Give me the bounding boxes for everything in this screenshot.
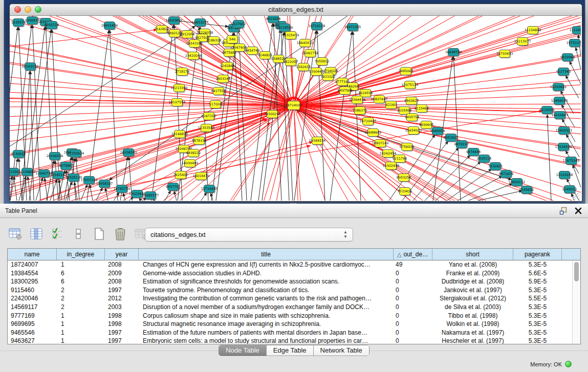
graph-node[interactable]: 19958107	[96, 180, 113, 189]
graph-node[interactable]: 2130612	[11, 150, 26, 159]
black-edge[interactable]	[174, 191, 177, 201]
scrollbar-thumb[interactable]	[574, 262, 579, 281]
black-edge[interactable]	[201, 192, 207, 201]
graph-node[interactable]: 9356837	[25, 17, 39, 26]
graph-node[interactable]: 16961758	[302, 50, 319, 58]
graph-node[interactable]: 9463627	[404, 97, 419, 106]
graph-node[interactable]: 20691406	[101, 22, 118, 31]
graph-node[interactable]: 16720407	[360, 118, 377, 126]
black-edge[interactable]	[234, 33, 242, 201]
graph-node[interactable]: 9829960	[560, 54, 575, 62]
checklist-button[interactable]	[50, 227, 64, 241]
black-edge[interactable]	[19, 159, 22, 201]
close-panel-icon[interactable]	[575, 207, 582, 214]
table-row[interactable]: 977716911998Corpus callosum shape and si…	[8, 312, 572, 320]
graph-node[interactable]: 10853257	[192, 19, 209, 28]
graph-node[interactable]: 8267150	[202, 113, 216, 121]
tab-node-table[interactable]: Node Table	[219, 345, 266, 356]
column-header-short[interactable]: short	[432, 249, 513, 260]
graph-node[interactable]: 9875685	[222, 49, 236, 58]
graph-node[interactable]: 12505135	[66, 174, 82, 183]
table-settings-button[interactable]	[8, 227, 23, 241]
graph-node[interactable]: 7955812	[315, 58, 329, 67]
graph-node[interactable]: 7485063	[399, 68, 413, 76]
black-edge[interactable]	[81, 184, 88, 201]
graph-node[interactable]: 9975887	[59, 162, 73, 171]
graph-node[interactable]: 5878334	[192, 137, 206, 146]
black-edge[interactable]	[114, 192, 119, 201]
graph-node[interactable]: 9756928	[400, 143, 414, 152]
tab-edge-table[interactable]: Edge Table	[266, 345, 313, 356]
graph-node[interactable]: 8186328	[207, 37, 221, 46]
black-edge[interactable]	[14, 177, 17, 201]
table-row[interactable]: 1938455462009Genome-wide association stu…	[8, 269, 572, 278]
tab-network-table[interactable]: Network Table	[313, 345, 369, 356]
graph-node[interactable]: 23420046	[185, 52, 202, 61]
graph-node[interactable]: 546	[227, 36, 239, 45]
table-row[interactable]: 1456911722003Disruption of a novel membe…	[8, 303, 572, 312]
network-window-titlebar[interactable]: citations_edges.txt	[10, 4, 582, 16]
graph-node[interactable]: 9146821	[258, 52, 272, 60]
graph-node[interactable]: 19166822	[171, 130, 188, 139]
column-visibility-button[interactable]	[29, 227, 43, 241]
graph-node[interactable]: 9474444	[466, 148, 481, 157]
graph-node[interactable]: 18724007	[286, 101, 302, 111]
zoom-window-button[interactable]	[35, 6, 41, 13]
graph-node[interactable]: 8813054	[266, 16, 280, 24]
window-resize-grip[interactable]	[573, 193, 580, 200]
black-edge[interactable]	[413, 148, 459, 201]
graph-node[interactable]: 6497568	[338, 87, 352, 96]
graph-node[interactable]: 8953254	[397, 174, 411, 183]
graph-node[interactable]: 15751074	[567, 39, 581, 48]
black-edge[interactable]	[547, 115, 551, 201]
graph-node[interactable]: 1640954	[430, 127, 445, 136]
graph-node[interactable]: 20163159	[22, 63, 39, 72]
graph-node[interactable]: 2935114	[477, 155, 491, 164]
table-selector-dropdown[interactable]: citations_edges.txt ▲▼	[145, 228, 353, 242]
new-column-button[interactable]	[92, 227, 106, 241]
graph-node[interactable]: 11675345	[563, 157, 580, 166]
graph-node[interactable]: 10262454	[380, 150, 397, 159]
black-edge[interactable]	[194, 77, 511, 180]
graph-node[interactable]: 19384554	[309, 137, 326, 146]
column-header-name[interactable]: name	[8, 249, 57, 260]
network-view[interactable]: 1935574935683720163154055724206914061603…	[10, 16, 581, 201]
table-row[interactable]: 946554611997Estimation of the future num…	[8, 329, 572, 337]
graph-node[interactable]: 9457791	[166, 183, 180, 192]
red-edge[interactable]	[295, 67, 303, 100]
table-row[interactable]: 1872400712008Changes of HCN gene express…	[8, 260, 572, 269]
table-row[interactable]: 2242004622012Investigating the contribut…	[8, 294, 572, 303]
black-edge[interactable]	[211, 193, 213, 201]
row-height-button[interactable]	[71, 227, 85, 241]
table-row[interactable]: 911546021997Tourette syndrome. Phenomeno…	[8, 286, 572, 295]
graph-node[interactable]: 9245652	[519, 186, 534, 195]
graph-node[interactable]: 20206556	[47, 152, 63, 161]
graph-node[interactable]: 9495754	[405, 114, 419, 122]
graph-node[interactable]: 12093822	[550, 83, 567, 92]
graph-node[interactable]: 15692921	[556, 127, 573, 136]
graph-node[interactable]: 8953923	[444, 134, 458, 143]
graph-node[interactable]: 12213977	[514, 38, 531, 47]
table-row[interactable]: 1830029562008Estimation of significance …	[8, 277, 572, 286]
graph-node[interactable]: 12975125	[402, 81, 419, 90]
graph-node[interactable]: 1621022	[321, 73, 335, 82]
graph-node[interactable]: 9115460	[415, 105, 429, 114]
column-header-pagerank[interactable]: pagerank	[513, 249, 562, 260]
graph-node[interactable]: 1935574	[11, 19, 26, 28]
graph-node[interactable]: 8912954	[180, 31, 194, 39]
table-scrollbar[interactable]	[572, 260, 580, 344]
graph-node[interactable]: 7533426	[398, 188, 412, 196]
graph-node[interactable]: 9498222	[186, 149, 201, 158]
graph-node[interactable]: 7386372	[353, 107, 367, 116]
graph-node[interactable]: 2718176	[175, 68, 189, 77]
graph-node[interactable]: 9242848	[220, 62, 234, 71]
graph-node[interactable]: 18640910	[297, 39, 314, 48]
graph-node[interactable]: 2803144	[216, 75, 230, 84]
graph-node[interactable]: 1527602	[231, 20, 246, 29]
graph-node[interactable]: 62160	[386, 101, 398, 110]
table-row[interactable]: 969969511998Structural magnetic resonanc…	[8, 320, 572, 329]
graph-node[interactable]: 11154808	[525, 27, 541, 35]
graph-node[interactable]: 17957223	[81, 177, 98, 185]
graph-node[interactable]: 16782759	[114, 185, 130, 194]
table-row[interactable]: 946362711997Embryonic stem cells: a mode…	[8, 337, 572, 344]
